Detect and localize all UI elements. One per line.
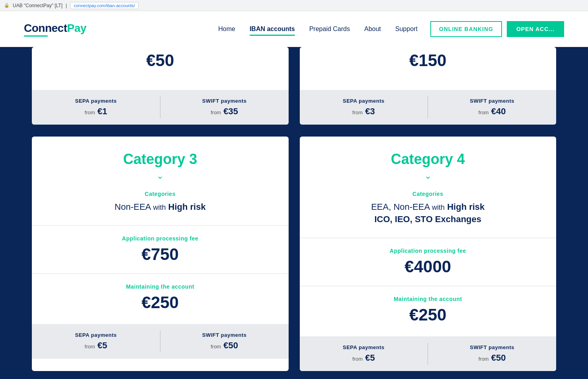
card4-title: Category 4: [316, 151, 541, 168]
card4-chevron: ⌄: [316, 171, 541, 181]
card-category-3: Category 3 ⌄ Categories Non-EEA with Hig…: [32, 137, 289, 371]
card4-desc-bold: High risk: [447, 202, 484, 212]
nav-link-iban-accounts[interactable]: IBAN accounts: [250, 24, 295, 34]
separator: |: [66, 3, 67, 8]
card3-chevron: ⌄: [48, 171, 273, 181]
card3-title: Category 3: [48, 151, 273, 168]
url-bar[interactable]: connectpay.com/iban-accounts/: [70, 2, 139, 9]
card4-sepa-from: from: [352, 356, 363, 362]
card1-swift-label: SWIFT payments: [170, 98, 279, 104]
card3-swift-amount: from €50: [170, 340, 279, 351]
card3-swift-from: from: [211, 344, 221, 350]
card3-fee-label: Application processing fee: [48, 235, 273, 242]
card2-sepa: SEPA payments from €3: [300, 90, 428, 125]
card1-sepa: SEPA payments from €1: [32, 90, 160, 125]
navbar: ConnectPay Home IBAN accounts Prepaid Ca…: [0, 11, 588, 47]
card4-sepa-amount: from €5: [309, 353, 418, 363]
card-category-4: Category 4 ⌄ Categories EEA, Non-EEA wit…: [300, 137, 557, 371]
card3-sepa: SEPA payments from €5: [32, 324, 160, 359]
card3-maintain-amount: €250: [48, 293, 273, 312]
card2-swift-label: SWIFT payments: [438, 98, 547, 104]
card1-sepa-label: SEPA payments: [41, 98, 150, 104]
card1-swift-amount: from €35: [170, 106, 279, 117]
card3-sepa-label: SEPA payments: [41, 332, 150, 338]
card3-desc: Non-EEA with High risk: [48, 201, 273, 213]
nav-link-home[interactable]: Home: [218, 24, 235, 34]
card2-swift-from: from: [479, 109, 489, 115]
card4-content: Category 4 ⌄ Categories EEA, Non-EEA wit…: [300, 137, 557, 324]
card3-payments: SEPA payments from €5 SWIFT payments fro…: [32, 324, 289, 359]
card4-maintain-label: Maintaining the account: [316, 296, 541, 302]
full-cards-row: Category 3 ⌄ Categories Non-EEA with Hig…: [32, 137, 556, 371]
card4-desc-line2: ICO, IEO, STO Exchanges: [374, 214, 481, 224]
card3-content: Category 3 ⌄ Categories Non-EEA with Hig…: [32, 137, 289, 312]
card4-fee-label: Application processing fee: [316, 248, 541, 254]
main-content: €50 SEPA payments from €1 SWIFT payments…: [0, 47, 588, 379]
online-banking-button[interactable]: ONLINE BANKING: [430, 21, 502, 37]
card3-divider2: [32, 274, 289, 274]
card2-sepa-label: SEPA payments: [309, 98, 418, 104]
card1-swift: SWIFT payments from €35: [160, 90, 289, 125]
nav-link-about[interactable]: About: [364, 24, 381, 34]
card2-sepa-amount: from €3: [309, 106, 418, 117]
card2-swift-amount: from €40: [438, 106, 547, 117]
logo-text: ConnectPay: [24, 22, 86, 35]
card4-fee-amount: €4000: [316, 257, 541, 276]
card2-price: €150: [316, 47, 541, 78]
card4-desc-connector: with: [432, 203, 445, 211]
card3-desc-normal: Non-EEA: [115, 202, 151, 212]
card3-sepa-amount: from €5: [41, 340, 150, 351]
top-cards-row: €50 SEPA payments from €1 SWIFT payments…: [32, 47, 556, 125]
card3-swift-label: SWIFT payments: [170, 332, 279, 338]
card4-swift-amount: from €50: [438, 353, 547, 363]
card1-sepa-amount: from €1: [41, 106, 150, 117]
card4-desc-normal: EEA, Non-EEA: [371, 202, 430, 212]
card4-swift: SWIFT payments from €50: [428, 336, 556, 371]
card4-swift-from: from: [479, 356, 489, 362]
card3-maintain-label: Maintaining the account: [48, 283, 273, 290]
card4-divider1: [300, 238, 557, 238]
nav-buttons: ONLINE BANKING OPEN ACC...: [430, 21, 564, 37]
card4-swift-label: SWIFT payments: [438, 344, 547, 350]
nav-link-support[interactable]: Support: [395, 24, 418, 34]
browser-bar: 🔒 UAB "ConnectPay" [LT] | connectpay.com…: [0, 0, 588, 11]
card1-sepa-from: from: [85, 109, 95, 115]
card1-payments: SEPA payments from €1 SWIFT payments fro…: [32, 90, 289, 125]
card2-sepa-from: from: [352, 109, 363, 115]
lock-icon: 🔒: [4, 3, 10, 8]
card-top-2: €150 SEPA payments from €3 SWIFT payment…: [300, 47, 557, 125]
open-account-button[interactable]: OPEN ACC...: [507, 21, 564, 37]
card4-maintain-amount: €250: [316, 305, 541, 324]
card4-payments: SEPA payments from €5 SWIFT payments fro…: [300, 336, 557, 371]
nav-link-prepaid-cards[interactable]: Prepaid Cards: [309, 24, 350, 34]
card3-divider1: [32, 225, 289, 226]
card4-sepa-label: SEPA payments: [309, 344, 418, 350]
card4-divider2: [300, 286, 557, 286]
card4-sepa: SEPA payments from €5: [300, 336, 428, 371]
card3-desc-bold: High risk: [168, 202, 206, 212]
card2-payments: SEPA payments from €3 SWIFT payments fro…: [300, 90, 557, 125]
nav-links: Home IBAN accounts Prepaid Cards About S…: [218, 24, 418, 34]
card2-swift: SWIFT payments from €40: [428, 90, 556, 125]
card1-price: €50: [48, 47, 273, 78]
card4-categories-label: Categories: [316, 191, 541, 197]
card3-sepa-from: from: [85, 344, 95, 350]
card3-categories-label: Categories: [48, 191, 273, 197]
card4-desc: EEA, Non-EEA with High risk ICO, IEO, ST…: [316, 201, 541, 226]
card-top-1: €50 SEPA payments from €1 SWIFT payments…: [32, 47, 289, 125]
browser-tab-title: UAB "ConnectPay" [LT]: [13, 3, 63, 8]
logo[interactable]: ConnectPay: [24, 22, 86, 37]
card3-fee-amount: €750: [48, 245, 273, 264]
card3-desc-connector: with: [153, 203, 166, 211]
logo-underline: [24, 35, 48, 37]
card1-swift-from: from: [211, 109, 221, 115]
card3-swift: SWIFT payments from €50: [160, 324, 289, 359]
